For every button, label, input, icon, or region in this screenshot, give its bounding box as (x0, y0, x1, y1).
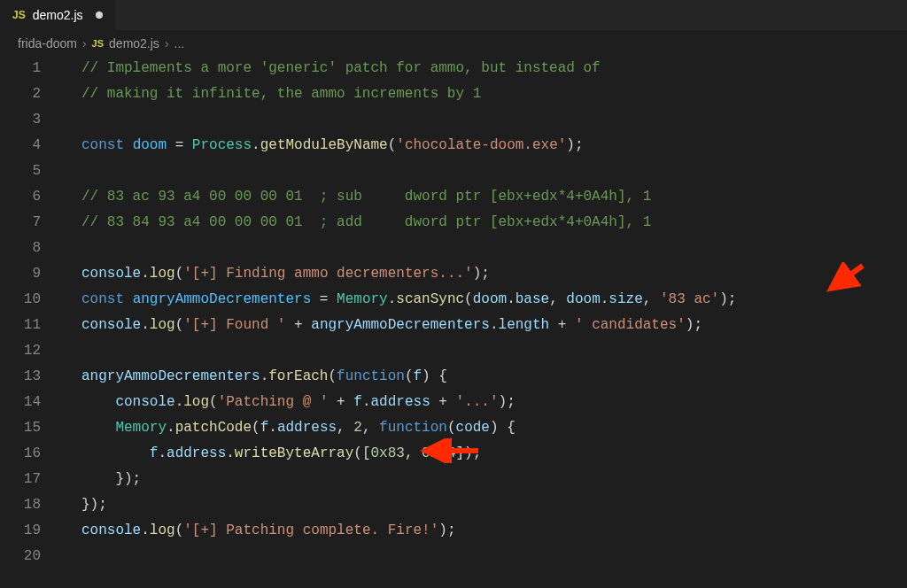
code-editor[interactable]: 1 2 3 4 5 6 7 8 9 10 11 12 13 14 15 16 1… (0, 56, 907, 569)
chevron-right-icon: › (165, 36, 169, 50)
breadcrumb[interactable]: frida-doom › JS demo2.js › ... (0, 31, 907, 56)
line-number: 19 (0, 518, 64, 544)
line-number: 6 (0, 184, 64, 210)
line-number-gutter: 1 2 3 4 5 6 7 8 9 10 11 12 13 14 15 16 1… (0, 56, 64, 569)
line-number: 9 (0, 261, 64, 287)
line-number: 18 (0, 492, 64, 518)
js-file-icon: JS (12, 9, 26, 21)
tab-filename: demo2.js (33, 8, 83, 22)
line-number: 2 (0, 81, 64, 107)
line-number: 17 (0, 467, 64, 492)
tab-bar: JS demo2.js (0, 0, 907, 31)
code-content[interactable]: // Implements a more 'generic' patch for… (64, 56, 907, 569)
line-number: 16 (0, 441, 64, 467)
line-number: 10 (0, 287, 64, 313)
modified-indicator-icon (96, 12, 103, 19)
breadcrumb-folder[interactable]: frida-doom (18, 36, 77, 50)
line-number: 1 (0, 56, 64, 81)
line-number: 12 (0, 338, 64, 364)
chevron-right-icon: › (82, 36, 87, 50)
line-number: 11 (0, 313, 64, 338)
breadcrumb-file[interactable]: demo2.js (109, 36, 159, 50)
line-number: 8 (0, 236, 64, 261)
line-number: 3 (0, 107, 64, 133)
breadcrumb-more[interactable]: ... (174, 36, 185, 50)
line-number: 14 (0, 390, 64, 415)
file-tab[interactable]: JS demo2.js (0, 0, 116, 30)
line-number: 13 (0, 364, 64, 390)
line-number: 4 (0, 133, 64, 159)
js-file-icon: JS (92, 38, 104, 49)
line-number: 7 (0, 210, 64, 236)
line-number: 5 (0, 159, 64, 184)
line-number: 20 (0, 544, 64, 569)
line-number: 15 (0, 415, 64, 441)
